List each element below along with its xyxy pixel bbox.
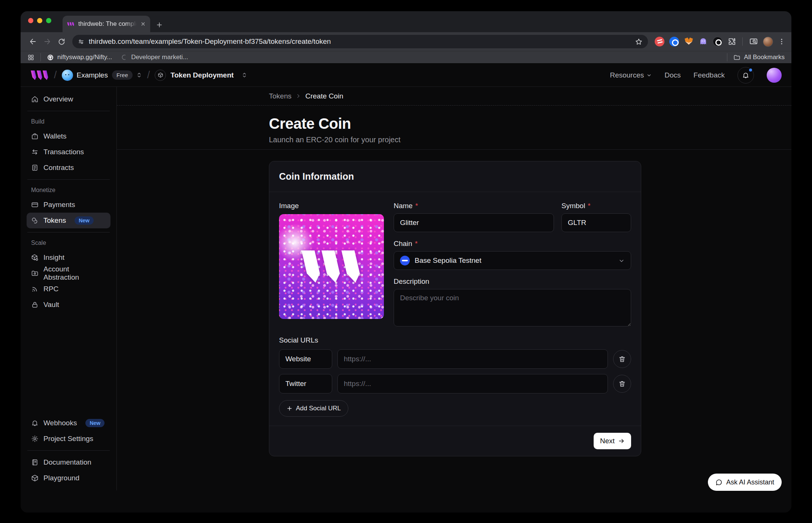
- bookmark-star-icon[interactable]: [635, 38, 643, 46]
- new-badge: New: [75, 216, 94, 225]
- page-title: Create Coin: [269, 115, 791, 132]
- back-arrow-icon: [29, 37, 37, 46]
- extension-blue-icon[interactable]: [669, 37, 679, 46]
- thirdweb-logo[interactable]: [30, 70, 49, 81]
- bookmarks-divider: [40, 53, 41, 61]
- sidebar-item-webhooks[interactable]: Webhooks New: [27, 415, 110, 431]
- browser-window: thirdweb: The complete web3 thirdweb.com…: [21, 11, 791, 513]
- social-platform-select[interactable]: Twitter: [279, 374, 332, 393]
- bookmark-label: niftyswap.gg/Nifty...: [57, 54, 112, 61]
- back-button[interactable]: [27, 35, 39, 48]
- screenshot-stage: thirdweb: The complete web3 thirdweb.com…: [0, 0, 812, 523]
- phantom-extension-icon[interactable]: [699, 37, 708, 46]
- chain-select[interactable]: Base Sepolia Testnet: [394, 251, 631, 270]
- notification-dot: [748, 68, 753, 72]
- sidebar-item-account-abstraction[interactable]: Account Abstraction: [27, 265, 110, 281]
- description-textarea[interactable]: [394, 289, 631, 326]
- apps-grid-icon[interactable]: [27, 54, 34, 61]
- sidebar-item-playground[interactable]: Playground: [27, 470, 110, 486]
- all-bookmarks-button[interactable]: All Bookmarks: [733, 54, 785, 61]
- breadcrumb-slash: /: [147, 69, 150, 81]
- bookmark-label: Developer marketi...: [131, 54, 188, 61]
- sidebar-item-rpc[interactable]: RPC: [27, 281, 110, 297]
- bookmark-item[interactable]: niftyswap.gg/Nifty...: [47, 54, 112, 61]
- maximize-window-button[interactable]: [46, 18, 51, 23]
- social-url-input[interactable]: [337, 374, 608, 393]
- sidebar-item-transactions[interactable]: Transactions: [27, 144, 110, 160]
- add-social-url-button[interactable]: Add Social URL: [279, 400, 348, 417]
- sidebar-item-payments[interactable]: Payments: [27, 197, 110, 213]
- project-switcher-icon[interactable]: [241, 72, 248, 78]
- tab-close-icon[interactable]: [140, 21, 146, 27]
- browser-tab[interactable]: thirdweb: The complete web3: [63, 16, 150, 32]
- extension-red-icon[interactable]: [655, 37, 664, 46]
- nav-resources[interactable]: Resources: [610, 71, 652, 79]
- sidebar-item-label: Contracts: [43, 164, 74, 172]
- nav-feedback[interactable]: Feedback: [694, 71, 725, 79]
- nav-resources-label: Resources: [610, 71, 644, 79]
- browser-profile-avatar[interactable]: [763, 37, 773, 47]
- folder-icon: [733, 54, 740, 61]
- base-chain-icon: [400, 256, 410, 265]
- sidebar-item-contracts[interactable]: Contracts: [27, 160, 110, 176]
- extensions-puzzle-icon[interactable]: [727, 37, 736, 46]
- breadcrumb-create-coin: Create Coin: [305, 92, 343, 100]
- coin-image-upload[interactable]: [279, 214, 384, 319]
- sidebar-item-project-settings[interactable]: Project Settings: [27, 431, 110, 447]
- cube-icon: [31, 474, 39, 482]
- bookmark-item[interactable]: Developer marketi...: [122, 54, 188, 61]
- name-input[interactable]: [394, 213, 554, 232]
- sidebar-item-documentation[interactable]: Documentation: [27, 454, 110, 470]
- extension-dark-icon[interactable]: [713, 37, 722, 46]
- next-button-label: Next: [600, 437, 615, 445]
- symbol-input[interactable]: [561, 213, 631, 232]
- nav-docs[interactable]: Docs: [664, 71, 681, 79]
- add-social-url-label: Add Social URL: [296, 405, 341, 412]
- sidebar-item-insight[interactable]: Insight: [27, 250, 110, 265]
- sidebar-item-label: Account Abstraction: [43, 265, 106, 282]
- card-header: Coin Information: [269, 161, 641, 192]
- metamask-extension-icon[interactable]: [684, 37, 694, 46]
- team-name[interactable]: Examples: [77, 71, 108, 79]
- team-switcher-icon[interactable]: [136, 72, 142, 78]
- thirdweb-favicon-icon: [67, 22, 75, 27]
- forward-button[interactable]: [41, 35, 54, 48]
- toolbar-divider: [742, 37, 743, 46]
- social-urls-label: Social URLs: [279, 336, 631, 344]
- sidebar-item-wallets[interactable]: Wallets: [27, 128, 110, 144]
- browser-menu-icon[interactable]: [778, 38, 785, 45]
- close-window-button[interactable]: [28, 18, 33, 23]
- user-avatar[interactable]: [767, 68, 782, 83]
- sidebar-item-tokens[interactable]: Tokens New: [27, 213, 110, 228]
- main-area: Tokens Create Coin Create Coin Launch an…: [117, 87, 791, 490]
- sidebar-item-vault[interactable]: Vault: [27, 297, 110, 313]
- chevron-down-icon: [618, 258, 625, 264]
- reload-button[interactable]: [55, 35, 68, 48]
- tab-search-icon[interactable]: [749, 37, 758, 46]
- sidebar-item-overview[interactable]: Overview: [27, 91, 110, 107]
- symbol-label: Symbol *: [561, 202, 631, 210]
- extension-icons: [655, 37, 785, 47]
- breadcrumb-tokens[interactable]: Tokens: [269, 92, 291, 100]
- team-avatar[interactable]: [62, 70, 73, 81]
- minimize-window-button[interactable]: [37, 18, 42, 23]
- contract-icon: [31, 164, 39, 171]
- ask-ai-assistant-button[interactable]: Ask AI Assistant: [708, 474, 782, 491]
- sidebar-item-label: Documentation: [43, 458, 91, 466]
- site-info-icon[interactable]: [78, 38, 85, 45]
- social-platform-select[interactable]: Website: [279, 349, 332, 369]
- bell-icon: [31, 419, 39, 427]
- project-name[interactable]: Token Deployment: [170, 71, 234, 79]
- arrow-right-icon: [618, 438, 625, 444]
- delete-social-url-button[interactable]: [613, 350, 631, 368]
- url-bar[interactable]: thirdweb.com/team/examples/Token-Deploym…: [72, 35, 648, 48]
- new-tab-button[interactable]: [156, 22, 163, 28]
- trash-icon: [618, 355, 626, 363]
- notifications-button[interactable]: [737, 67, 754, 83]
- sidebar-item-label: Webhooks: [43, 419, 77, 427]
- fields-column: Name * Symbol *: [394, 202, 631, 326]
- chevron-right-icon: [296, 93, 301, 99]
- next-button[interactable]: Next: [594, 433, 631, 449]
- delete-social-url-button[interactable]: [613, 375, 631, 393]
- social-url-input[interactable]: [337, 349, 608, 369]
